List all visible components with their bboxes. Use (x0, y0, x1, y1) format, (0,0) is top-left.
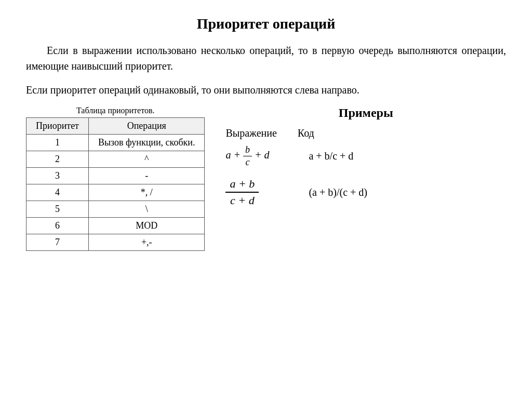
table-header-row: Приоритет Операция (26, 118, 205, 135)
example-row-2: a + b c + d (a + b)/(c + d) (225, 177, 506, 207)
priority-cell: 5 (26, 201, 89, 218)
expression-1: a + b c + d (225, 144, 293, 168)
examples-section: Примеры Выражение Код a + b c + d a + b/… (220, 106, 506, 217)
examples-header: Выражение Код (225, 127, 506, 139)
expression-2: a + b c + d (225, 177, 293, 207)
priority-cell: 1 (26, 135, 89, 151)
table-row: 1Вызов функции, скобки. (26, 135, 205, 151)
examples-title: Примеры (225, 106, 506, 120)
priority-cell: 3 (26, 168, 89, 184)
priority-cell: 6 (26, 218, 89, 234)
priority-cell: 7 (26, 234, 89, 251)
table-row: 4*, / (26, 184, 205, 201)
priority-table: Приоритет Операция 1Вызов функции, скобк… (26, 117, 205, 251)
code-col-header: Код (298, 127, 314, 139)
operation-cell: *, / (89, 184, 205, 201)
paragraph-1: Если в выражении использовано несколько … (26, 43, 506, 74)
col-operation-header: Операция (89, 118, 205, 135)
expr-col-header: Выражение (225, 127, 276, 139)
code-1: a + b/c + d (309, 150, 353, 162)
table-row: 5\ (26, 201, 205, 218)
example-row-1: a + b c + d a + b/c + d (225, 144, 506, 168)
operation-cell: - (89, 168, 205, 184)
operation-cell: \ (89, 201, 205, 218)
paragraph-2: Если приоритет операций одинаковый, то о… (26, 82, 506, 98)
table-section: Таблица приоритетов. Приоритет Операция … (26, 106, 205, 251)
table-row: 7+,- (26, 234, 205, 251)
code-2: (a + b)/(c + d) (309, 187, 367, 198)
table-row: 3- (26, 168, 205, 184)
content-area: Таблица приоритетов. Приоритет Операция … (26, 106, 506, 251)
table-caption: Таблица приоритетов. (26, 106, 205, 115)
operation-cell: +,- (89, 234, 205, 251)
table-row: 2^ (26, 151, 205, 168)
page-title: Приоритет операций (26, 16, 506, 32)
priority-cell: 4 (26, 184, 89, 201)
col-priority-header: Приоритет (26, 118, 89, 135)
operation-cell: MOD (89, 218, 205, 234)
priority-cell: 2 (26, 151, 89, 168)
operation-cell: Вызов функции, скобки. (89, 135, 205, 151)
operation-cell: ^ (89, 151, 205, 168)
table-row: 6MOD (26, 218, 205, 234)
